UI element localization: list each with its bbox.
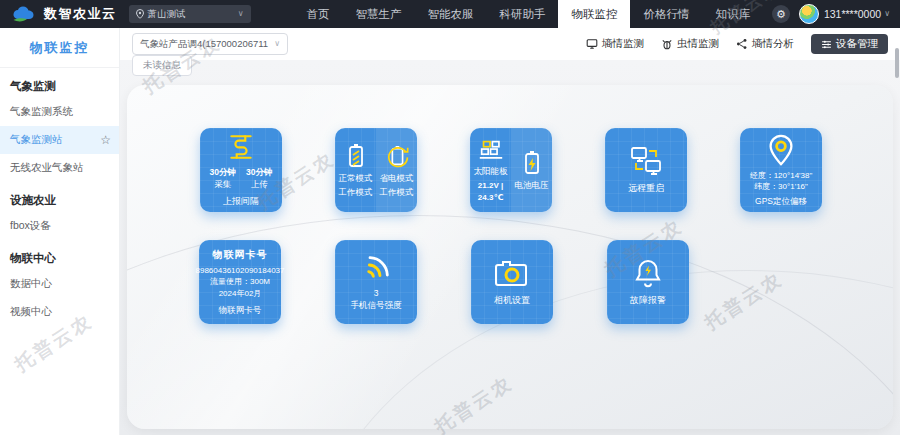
card-title: 相机设置 [494,294,530,307]
sidebar-item-wireless-weather-station[interactable]: 无线农业气象站 [0,154,119,182]
longitude-value: 经度：120°14'38" [750,170,813,182]
sidebar-item-data-center[interactable]: 数据中心 [0,270,119,298]
location-pin-icon [136,9,144,19]
nav-item-home[interactable]: 首页 [293,0,342,28]
app-logo: 数智农业云 [0,5,117,23]
gps-card[interactable]: 经度：120°14'38" 纬度：30°1'16" GPS定位偏移 [740,128,822,212]
solar-panel-icon [477,137,505,163]
cards-row-2: 物联网卡号 89860436102090184037 流量使用：300M 202… [199,240,689,324]
device-manage-button[interactable]: 设备管理 [811,34,888,54]
iot-card-title: 物联网卡号 [213,248,268,262]
collect-interval-value: 30分钟 [210,167,236,178]
nav-item-smart-production[interactable]: 智慧生产 [342,0,414,28]
sidebar: 物联监控 气象监测 气象监测系统 气象监测站 ☆ 无线农业气象站 设施农业 fb… [0,28,120,435]
user-phone: 131****0000 [824,8,881,20]
signal-arcs-icon [353,246,398,291]
remote-restart-icon [629,145,663,177]
card-title: 远程重启 [628,182,664,195]
scrollbar-thumb[interactable] [895,48,899,78]
nav-item-smart-agri-service[interactable]: 智能农服 [414,0,486,28]
sidebar-item-fbox-device[interactable]: fbox设备 [0,212,119,240]
toolbar-actions: 墒情监测 虫情监测 墒情分析 设备管理 [586,34,888,54]
power-save-mode-half[interactable]: 省电模式 工作模式 [376,128,417,212]
card-title: 上报间隔 [223,195,259,208]
iot-card-number: 89860436102090184037 [196,265,285,277]
alarm-bell-icon [633,257,663,289]
monitor-icon [586,38,598,50]
mode-name: 省电模式 [380,173,414,184]
star-icon[interactable]: ☆ [100,134,111,146]
main-nav: 首页 智慧生产 智能农服 科研助手 物联监控 价格行情 知识库 [293,0,763,28]
battery-refresh-icon [384,142,410,170]
sidebar-title: 物联监控 [0,28,119,68]
mode-label: 工作模式 [339,187,373,198]
spool-icon [226,132,256,162]
location-select[interactable]: 萧山测试 ∨ [129,5,251,23]
card-title: GPS定位偏移 [755,196,807,207]
location-select-value: 萧山测试 [148,8,186,21]
nav-item-iot-monitoring[interactable]: 物联监控 [558,0,630,28]
work-mode-card[interactable]: 正常模式 工作模式 省电模式 工作模 [335,128,417,212]
soil-monitor-button[interactable]: 墒情监测 [586,37,644,51]
battery-voltage-label: 电池电压 [515,180,549,191]
card-title: 手机信号强度 [351,300,402,311]
iot-card-footer: 物联网卡号 [219,305,262,316]
card-title: 故障报警 [630,294,666,307]
sidebar-item-weather-station[interactable]: 气象监测站 ☆ [0,126,119,154]
insect-monitor-button[interactable]: 虫情监测 [661,37,719,51]
latitude-value: 纬度：30°1'16" [754,181,808,193]
nav-item-knowledge-base[interactable]: 知识库 [702,0,763,28]
iot-card-number-card[interactable]: 物联网卡号 89860436102090184037 流量使用：300M 202… [199,240,281,324]
user-avatar [799,4,819,24]
camera-settings-card[interactable]: 相机设置 [471,240,553,324]
cards-row-1: 30分钟 采集 30分钟 上传 上报间隔 [200,128,822,212]
sidebar-section-facility: 设施农业 [0,182,119,212]
solar-panel-half[interactable]: 太阳能板 21.2V | 24.3℃ [470,128,511,212]
upload-interval-label: 上传 [246,179,272,190]
normal-mode-half[interactable]: 正常模式 工作模式 [335,128,376,212]
fault-alarm-card[interactable]: 故障报警 [607,240,689,324]
sidebar-item-weather-system[interactable]: 气象监测系统 [0,98,119,126]
cloud-logo-icon [12,6,38,23]
chevron-down-icon: ∨ [238,10,244,18]
unread-info-tag[interactable]: 未读信息 [132,55,192,76]
device-panel: 30分钟 采集 30分钟 上传 上报间隔 [127,85,893,429]
signal-strength-card[interactable]: 3 手机信号强度 [335,240,417,324]
content-toolbar: 气象站产品调4(157000206711 ∨ 墒情监测 虫情监测 墒情分析 [120,28,900,60]
menu-lines-icon [821,39,832,50]
camera-icon [493,257,531,289]
mode-label: 工作模式 [380,187,414,198]
share-icon [736,38,748,50]
battery-icon [344,142,368,170]
top-navbar: 数智农业云 萧山测试 ∨ 首页 智慧生产 智能农服 科研助手 物联监控 价格行情… [0,0,900,28]
device-select[interactable]: 气象站产品调4(157000206711 ∨ [132,33,288,55]
soil-analysis-button[interactable]: 墒情分析 [736,37,794,51]
sidebar-section-iot-center: 物联中心 [0,240,119,270]
sidebar-section-weather: 气象监测 [0,68,119,98]
bug-icon [661,38,673,50]
report-interval-card[interactable]: 30分钟 采集 30分钟 上传 上报间隔 [200,128,282,212]
mode-name: 正常模式 [339,173,373,184]
power-status-card[interactable]: 太阳能板 21.2V | 24.3℃ 电池电压 [470,128,552,212]
remote-restart-card[interactable]: 远程重启 [605,128,687,212]
main-content: 气象站产品调4(157000206711 ∨ 墒情监测 虫情监测 墒情分析 [120,28,900,435]
sidebar-item-video-center[interactable]: 视频中心 [0,298,119,326]
battery-charge-icon [520,149,544,177]
app-title: 数智农业云 [44,5,117,23]
settings-gear-icon[interactable]: ⚙ [772,5,790,23]
chevron-down-icon: ∨ [274,40,280,48]
solar-label: 太阳能板 [474,166,508,177]
user-menu[interactable]: 131****0000 ∨ [799,4,890,24]
iot-month: 2024年02月 [219,288,262,300]
collect-interval-label: 采集 [210,179,236,190]
location-pin-icon [765,133,797,167]
nav-item-research-assistant[interactable]: 科研助手 [486,0,558,28]
solar-value: 21.2V | 24.3℃ [470,180,511,203]
nav-item-price-market[interactable]: 价格行情 [630,0,702,28]
upload-interval-value: 30分钟 [246,167,272,178]
device-stage: 未读信息 30分钟 [120,60,900,435]
battery-voltage-half[interactable]: 电池电压 [511,128,552,212]
chevron-down-icon: ∨ [884,10,890,18]
iot-data-usage: 流量使用：300M [210,276,270,288]
device-select-value: 气象站产品调4(157000206711 [140,38,268,51]
